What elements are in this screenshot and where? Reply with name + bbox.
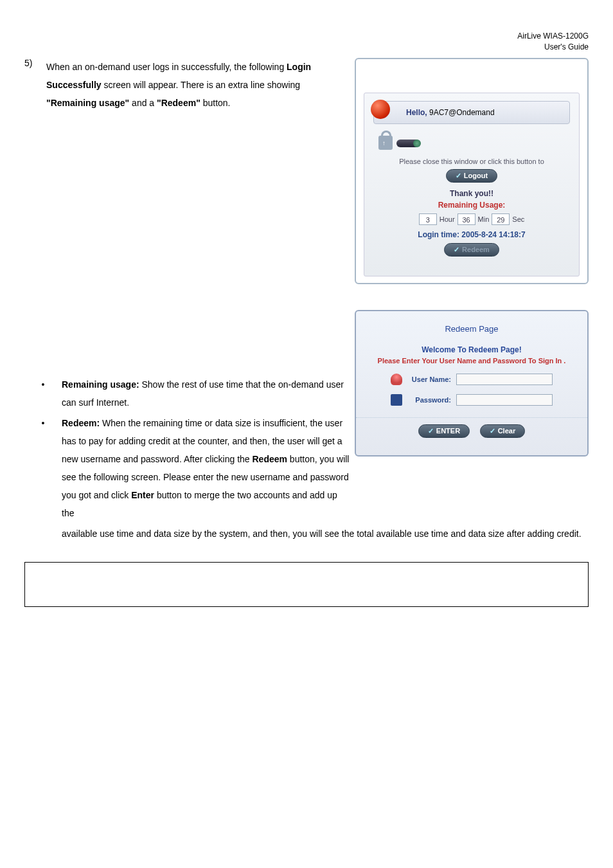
list-number: 5): [24, 58, 32, 68]
bold-redeem: "Redeem": [157, 98, 200, 108]
redeem-page-title: Redeem Page: [356, 324, 587, 334]
bullet-icon: •: [24, 414, 62, 522]
clear-button[interactable]: ✓Clear: [480, 424, 526, 438]
password-input[interactable]: [456, 394, 553, 406]
bullet-remaining-usage: Remaining usage: Show the rest of use ti…: [62, 375, 352, 411]
page-header: AirLive WIAS-1200G User's Guide: [517, 31, 589, 53]
redeem-button[interactable]: ✓Redeem: [444, 243, 499, 257]
please-close-text: Please close this window or click this b…: [364, 158, 579, 165]
bullet-redeem: Redeem: When the remaining time or data …: [62, 414, 352, 522]
min-value: 36: [458, 213, 475, 225]
redeem-instruction: Please Enter Your User Name and Password…: [356, 357, 587, 365]
username-row: User Name:: [356, 374, 587, 385]
logout-button[interactable]: ✓Logout: [446, 169, 497, 183]
connection-icon: ↑: [378, 133, 423, 152]
caution-box: [24, 562, 589, 607]
remaining-usage-label: Remaining Usage:: [364, 201, 579, 210]
min-label: Min: [478, 215, 490, 223]
hour-label: Hour: [440, 215, 455, 223]
step-5-paragraph: When an on-demand user logs in successfu…: [46, 58, 351, 112]
login-time-text: Login time: 2005-8-24 14:18:7: [364, 230, 579, 239]
bullet-continuation: available use time and data size by the …: [62, 525, 613, 543]
product-name: AirLive WIAS-1200G: [517, 32, 589, 41]
sec-value: 29: [492, 213, 510, 225]
enter-button[interactable]: ✓ENTER: [418, 424, 470, 438]
user-icon: [391, 374, 402, 385]
password-row: Password:: [356, 394, 587, 406]
username-label: User Name:: [407, 375, 451, 383]
username-input[interactable]: [456, 374, 553, 385]
bold-remaining-usage: "Remaining usage": [46, 98, 129, 108]
bullet-icon: •: [24, 375, 62, 411]
hour-value: 3: [419, 213, 437, 225]
sec-label: Sec: [512, 215, 524, 223]
password-icon: [391, 394, 402, 406]
redeem-page-screenshot: Redeem Page Welcome To Redeem Page! Plea…: [355, 310, 589, 457]
thank-you-text: Thank you!!: [364, 189, 579, 198]
remaining-time-row: 3 Hour 36 Min 29 Sec: [364, 213, 579, 225]
password-label: Password:: [407, 396, 451, 404]
redeem-welcome: Welcome To Redeem Page!: [356, 345, 587, 354]
doc-title: User's Guide: [544, 42, 589, 51]
